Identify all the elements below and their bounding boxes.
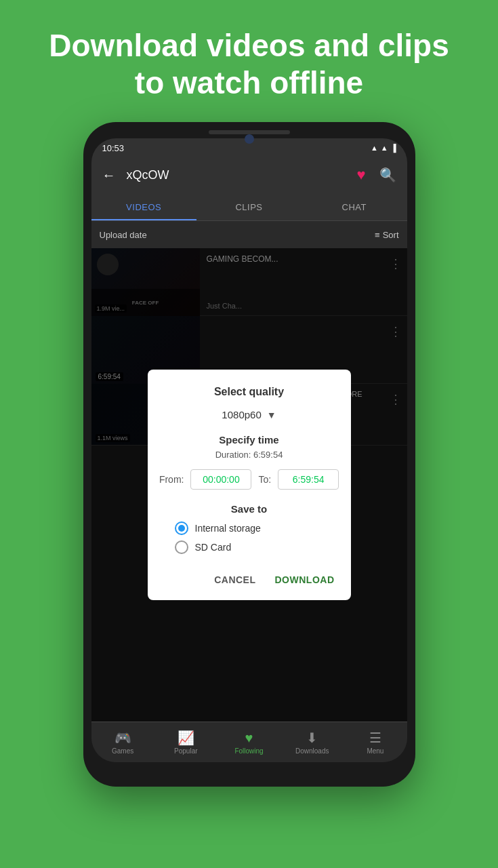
internal-storage-radio[interactable]: [175, 521, 188, 535]
dialog-title: Select quality: [161, 386, 337, 398]
heart-button[interactable]: ♥: [354, 163, 368, 186]
phone-device: 10:53 ▲ ▲ ▐ ← xQcOW ♥ 🔍 VIDEOS CLIPS CHA…: [83, 122, 415, 787]
promo-headline: Download videos and clips to watch offli…: [0, 0, 498, 122]
sd-card-label: SD Card: [195, 542, 232, 553]
sd-card-option[interactable]: SD Card: [161, 540, 337, 554]
specify-time-label: Specify time: [161, 434, 337, 446]
tab-videos[interactable]: VIDEOS: [91, 193, 196, 220]
menu-icon: ☰: [369, 730, 381, 746]
downloads-label: Downloads: [295, 747, 329, 755]
to-time-input[interactable]: [278, 469, 339, 490]
phone-camera: [245, 134, 254, 144]
filter-label[interactable]: Upload date: [100, 230, 147, 240]
dialog-actions: CANCEL DOWNLOAD: [161, 565, 337, 589]
back-button[interactable]: ←: [100, 165, 119, 186]
downloads-icon: ⬇: [306, 730, 318, 746]
search-button[interactable]: 🔍: [377, 164, 399, 186]
battery-icon: ▐: [391, 144, 396, 152]
nav-item-popular[interactable]: 📈 Popular: [154, 726, 217, 759]
duration-text: Duration: 6:59:54: [161, 450, 337, 460]
internal-storage-option[interactable]: Internal storage: [161, 521, 337, 535]
tab-chat[interactable]: CHAT: [302, 193, 407, 220]
select-quality-dialog: Select quality 1080p60 ▼ Specify time Du…: [148, 370, 351, 600]
filter-bar: Upload date ≡ Sort: [91, 221, 407, 248]
from-label: From:: [159, 474, 184, 485]
to-label: To:: [258, 474, 271, 485]
sd-card-radio[interactable]: [175, 540, 188, 554]
status-time: 10:53: [102, 143, 125, 153]
following-icon: ♥: [245, 730, 253, 746]
games-icon: 🎮: [115, 730, 131, 746]
save-to-label: Save to: [161, 503, 337, 515]
channel-title: xQcOW: [127, 168, 346, 182]
wifi-icon: ▲: [371, 144, 378, 152]
nav-item-games[interactable]: 🎮 Games: [91, 726, 154, 759]
nav-item-downloads[interactable]: ⬇ Downloads: [281, 726, 344, 759]
menu-label: Menu: [367, 747, 383, 755]
quality-row: 1080p60 ▼: [161, 409, 337, 420]
time-range-row: From: To:: [161, 469, 337, 490]
quality-dropdown-icon[interactable]: ▼: [267, 410, 276, 420]
nav-item-menu[interactable]: ☰ Menu: [344, 726, 407, 759]
following-label: Following: [234, 747, 263, 755]
quality-value: 1080p60: [222, 409, 261, 420]
sort-lines-icon: ≡: [375, 230, 380, 240]
internal-storage-label: Internal storage: [195, 523, 261, 534]
popular-label: Popular: [174, 747, 197, 755]
games-label: Games: [112, 747, 133, 755]
download-button[interactable]: DOWNLOAD: [272, 570, 337, 589]
nav-item-following[interactable]: ♥ Following: [217, 726, 281, 759]
popular-icon: 📈: [178, 730, 194, 746]
content-area: FACE OFF 1.9M vie... GAMING BECOM... Jus…: [91, 248, 407, 722]
app-bar: ← xQcOW ♥ 🔍: [91, 157, 407, 193]
from-time-input[interactable]: [190, 469, 251, 490]
tabs-bar: VIDEOS CLIPS CHAT: [91, 193, 407, 221]
tab-clips[interactable]: CLIPS: [196, 193, 302, 220]
cancel-button[interactable]: CANCEL: [211, 570, 258, 589]
bottom-nav: 🎮 Games 📈 Popular ♥ Following ⬇ Download…: [91, 722, 407, 762]
sort-button[interactable]: ≡ Sort: [375, 230, 398, 240]
modal-overlay: Select quality 1080p60 ▼ Specify time Du…: [91, 248, 407, 722]
status-icons: ▲ ▲ ▐: [371, 144, 396, 152]
phone-screen: 10:53 ▲ ▲ ▐ ← xQcOW ♥ 🔍 VIDEOS CLIPS CHA…: [91, 138, 407, 762]
signal-icon: ▲: [381, 144, 388, 152]
